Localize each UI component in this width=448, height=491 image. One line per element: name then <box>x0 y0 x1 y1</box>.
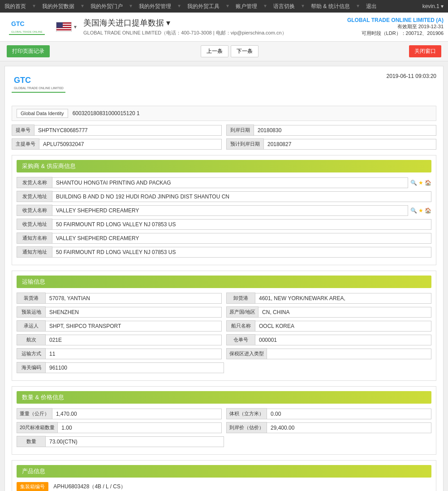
warehouse-label: 仓单号 <box>226 334 255 345</box>
svg-rect-7 <box>12 92 65 93</box>
quantity-price-section: 数量 & 价格信息 重量（公斤） 1,470.00 体积（立方米） 0.00 2… <box>12 386 436 455</box>
product-title: 产品信息 <box>22 467 45 475</box>
buyer-supplier-header: 采购商 & 供应商信息 <box>17 160 431 172</box>
bonded-value <box>267 349 431 359</box>
svg-text:GLOBAL TRADE ONLINE: GLOBAL TRADE ONLINE <box>11 30 43 33</box>
svg-text:GTC: GTC <box>14 76 31 85</box>
customs-code-label: 海关编码 <box>17 362 46 373</box>
consignee-addr-row: 收货人地址 50 FAIRMOUNT RD LONG VALLEY NJ 078… <box>17 219 431 230</box>
gdi-value: 600320180831000015120 1 <box>73 110 140 116</box>
nav-home[interactable]: 我的首页 <box>4 3 26 10</box>
nav-group-top: 上一条 下一条 <box>201 45 258 57</box>
voyage-label: 航次 <box>17 334 46 345</box>
origin-label: 原产国/地区 <box>226 306 258 318</box>
nav-help[interactable]: 帮助 & 统计信息 <box>311 3 350 10</box>
page-title: 美国海关进口提单数据 ▾ <box>83 17 347 28</box>
shipper-name-row: 发货人名称 SHANTOU HONGTAI PRINTING AND PACKA… <box>17 177 431 188</box>
shipper-search-icon[interactable]: 🔍 <box>410 180 417 186</box>
notify-addr-value: 50 FAIRMOUNT RD LONG VALLEY NJ 07853 US <box>52 247 431 258</box>
prev-button-top[interactable]: 上一条 <box>201 45 228 57</box>
notify-addr-row: 通知方地址 50 FAIRMOUNT RD LONG VALLEY NJ 078… <box>17 246 431 258</box>
nav-account[interactable]: 账户管理 <box>236 3 257 10</box>
shipper-addr-label: 发货人地址 <box>17 191 52 202</box>
shipper-star-icon[interactable]: ★ <box>418 180 423 186</box>
ldr-info: 可用时段（LDR）：200712、201906 <box>347 30 444 37</box>
bill-value: SHPTNYC80685777 <box>34 125 222 136</box>
carrier-label: 承运人 <box>17 320 46 332</box>
transport-mode-label: 运输方式 <box>17 348 46 359</box>
transport-section: 运输信息 装货港 57078, YANTIAN 卸货港 4601, NEW YO… <box>12 271 436 381</box>
transport-title: 运输信息 <box>22 278 45 286</box>
origin-value: CN, CHINA <box>258 307 431 318</box>
gdi-row: Global Data Identity 6003201808310000151… <box>12 106 436 121</box>
nav-trade-data[interactable]: 我的外贸数据 <box>42 3 74 10</box>
carrier-value: SHPT, SHIPCO TRANSPORT <box>46 321 222 332</box>
print-button[interactable]: 打印页面记录 <box>7 45 50 57</box>
product-header: 产品信息 <box>17 465 431 478</box>
customs-code-value: 961100 <box>46 362 224 373</box>
consignee-star-icon[interactable]: ★ <box>418 207 423 214</box>
user-info[interactable]: kevin.1 ▾ <box>422 3 444 9</box>
next-button-top[interactable]: 下一条 <box>231 45 258 57</box>
nav-portal[interactable]: 我的外贸门户 <box>90 3 123 10</box>
logo: GTC GLOBAL TRADE ONLINE <box>4 16 49 38</box>
weight-value: 1,470.00 <box>52 409 222 419</box>
pre-dest-value: SHENZHEN <box>46 307 222 318</box>
language-flag[interactable]: ▾ <box>56 22 77 32</box>
bonded-label: 保税区进入类型 <box>226 348 267 359</box>
arrival-value: 20180830 <box>254 125 436 136</box>
master-bill-value: APLU750932047 <box>39 139 222 150</box>
document-content: GTC GLOBAL TRADE ONLINE LIMITED 2019-06-… <box>4 66 444 491</box>
consignee-name-value: VALLEY SHEPHERD CREAMERY <box>52 205 408 216</box>
master-bill-label: 主提单号 <box>12 138 39 150</box>
unloading-port-value: 4601, NEW YORK/NEWARK AREA, <box>255 293 431 304</box>
quantity-price-title: 数量 & 价格信息 <box>22 393 64 401</box>
notify-addr-label: 通知方地址 <box>17 246 52 258</box>
svg-rect-3 <box>9 34 45 35</box>
header-title-section: 美国海关进口提单数据 ▾ GLOBAL TRADE ONLINE LIMITED… <box>83 17 347 36</box>
consignee-search-icon[interactable]: 🔍 <box>410 207 417 214</box>
nav-language[interactable]: 语言切换 <box>273 3 295 10</box>
voyage-value: 021E <box>46 335 222 345</box>
quantity-price-header: 数量 & 价格信息 <box>17 391 431 404</box>
top-navigation: 我的首页 ▾ 我的外贸数据 ▾ 我的外贸门户 ▾ 我的外贸管理 ▾ 我的外贸工具… <box>0 0 448 13</box>
weight-label: 重量（公斤） <box>17 408 52 419</box>
shipper-name-value: SHANTOU HONGTAI PRINTING AND PACKAG <box>52 177 408 188</box>
consignee-addr-label: 收货人地址 <box>17 219 52 230</box>
container20-value: 1.00 <box>58 422 222 433</box>
nav-logout[interactable]: 退出 <box>366 3 377 10</box>
gdi-label: Global Data Identity <box>17 109 68 118</box>
est-arrival-label: 预计到岸日期 <box>226 138 264 150</box>
shipper-addr-row: 发货人地址 BUILDING B AND D NO 192 HUDI ROAD … <box>17 191 431 202</box>
vessel-label: 船只名称 <box>226 320 255 332</box>
shipper-addr-value: BUILDING B AND D NO 192 HUDI ROAD JINPIN… <box>52 191 431 202</box>
consignee-addr-value: 50 FAIRMOUNT RD LONG VALLEY NJ 07853 US <box>52 219 431 230</box>
notify-name-value: VALLEY SHEPHERD CREAMERY <box>52 233 431 244</box>
qty-value: 73.00(CTN) <box>46 436 224 447</box>
warehouse-value: 000001 <box>255 335 431 345</box>
account-info: GLOBAL TRADE ONLINE LIMITED (A) 有效期至 201… <box>347 17 444 37</box>
unloading-port-label: 卸货港 <box>226 293 255 304</box>
doc-logo: GTC GLOBAL TRADE ONLINE LIMITED <box>12 73 65 99</box>
container-no-label: 集装箱编号 <box>17 482 48 491</box>
container20-label: 20尺标准箱数量 <box>17 422 58 433</box>
pre-dest-label: 预装运地 <box>17 306 46 318</box>
action-bar-top: 打印页面记录 上一条 下一条 关闭窗口 <box>0 42 448 61</box>
close-button-top[interactable]: 关闭窗口 <box>409 45 441 57</box>
notify-name-label: 通知方名称 <box>17 233 52 244</box>
transport-mode-value: 11 <box>46 349 222 359</box>
nav-tools[interactable]: 我的外贸工具 <box>187 3 220 10</box>
consignee-home-icon[interactable]: 🏠 <box>425 207 431 214</box>
product-section: 产品信息 集装箱编号 APHU6803428（4B / L / CS） 集装箱尺… <box>12 460 436 491</box>
arrival-label: 到岸日期 <box>226 125 254 136</box>
volume-label: 体积（立方米） <box>226 408 267 419</box>
shipper-home-icon[interactable]: 🏠 <box>425 180 431 186</box>
svg-text:GLOBAL TRADE ONLINE LIMITED: GLOBAL TRADE ONLINE LIMITED <box>14 86 64 90</box>
notify-name-row: 通知方名称 VALLEY SHEPHERD CREAMERY <box>17 233 431 244</box>
nav-management[interactable]: 我的外贸管理 <box>139 3 171 10</box>
vessel-value: OOCL KOREA <box>255 321 431 332</box>
company-name: GLOBAL TRADE ONLINE LIMITED (A) <box>347 17 444 23</box>
page-header: GTC GLOBAL TRADE ONLINE ▾ 美国海关进口提单数据 ▾ G… <box>0 13 448 42</box>
buyer-supplier-title: 采购商 & 供应商信息 <box>22 162 76 170</box>
shore-price-label: 到岸价（估价） <box>226 422 267 433</box>
